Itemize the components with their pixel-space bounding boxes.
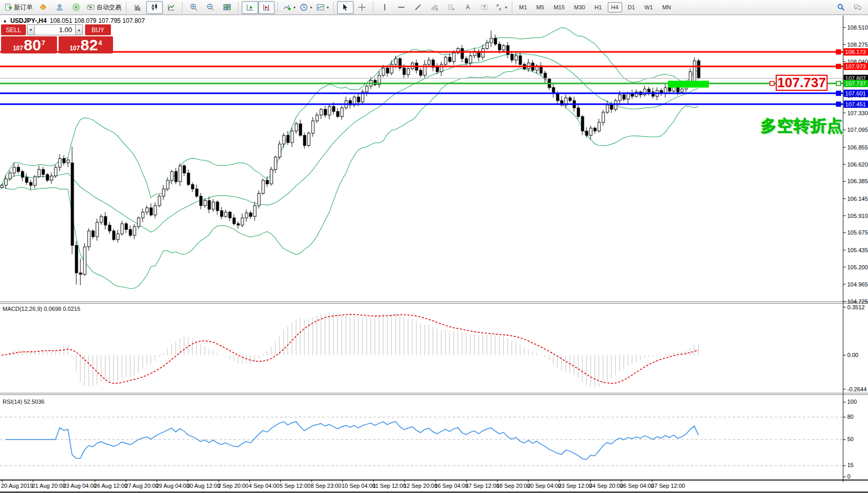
candle-body <box>262 180 264 193</box>
new-order-button[interactable]: 新订单 <box>2 1 35 14</box>
candlestick-chart-button[interactable] <box>146 1 163 14</box>
tile-windows-icon <box>223 3 231 11</box>
zoom-in-button[interactable] <box>186 1 202 14</box>
candle-body <box>619 95 621 101</box>
timeframe-m5[interactable]: M5 <box>533 2 548 12</box>
candle-body <box>382 68 385 75</box>
equidistant-channel-button[interactable]: E <box>426 1 443 14</box>
chart-canvas[interactable]: 108.510108.275108.040107.570107.330107.0… <box>0 16 868 493</box>
price-tick-label: 108.275 <box>847 42 868 48</box>
fibonacci-button[interactable]: F <box>443 1 459 14</box>
candle-body <box>569 98 571 101</box>
text-icon: A <box>464 3 472 11</box>
candle-body <box>324 109 327 115</box>
tile-windows-button[interactable] <box>219 1 235 14</box>
volume-increase-button[interactable]: ▲ <box>75 24 83 35</box>
candle-body <box>449 57 451 61</box>
text-label-button[interactable]: T <box>476 1 493 14</box>
vertical-line-button[interactable] <box>376 1 393 14</box>
arrows-button[interactable]: ▾ <box>493 1 509 14</box>
autotrading-button[interactable]: 自动交易 <box>85 1 123 14</box>
line-anchor-marker[interactable] <box>836 91 841 95</box>
buy-price-button[interactable]: 107 82 4 <box>59 36 113 53</box>
candle-body <box>386 68 389 73</box>
line-chart-icon <box>167 3 175 11</box>
horizontal-line-button[interactable] <box>393 1 410 14</box>
timeframe-m1[interactable]: M1 <box>515 2 530 12</box>
line-anchor-marker[interactable] <box>836 102 841 106</box>
candle-body <box>469 56 472 63</box>
candle-body <box>79 273 82 275</box>
candle-body <box>610 105 613 109</box>
sell-button[interactable]: SELL <box>1 24 26 35</box>
price-callout-box[interactable]: 107.737 <box>776 75 828 91</box>
crosshair-button[interactable] <box>354 1 370 14</box>
macd-axis-label: 0.00 <box>847 352 858 358</box>
candle-body <box>623 95 625 99</box>
date-label: 2 Sep 20:00 <box>218 483 248 489</box>
indicators-icon <box>283 3 291 11</box>
buy-button[interactable]: BUY <box>85 24 111 35</box>
candle-body <box>461 48 464 59</box>
auto-scroll-icon <box>246 3 254 11</box>
zoom-out-button[interactable] <box>202 1 219 14</box>
vertical-line-icon <box>381 3 389 11</box>
timeframe-h1[interactable]: H1 <box>591 2 605 12</box>
volume-input[interactable]: 1.00 <box>35 24 75 35</box>
cursor-button[interactable] <box>337 1 354 14</box>
chinese-annotation[interactable]: 多空转折点 <box>760 115 843 136</box>
line-anchor-marker[interactable] <box>836 64 841 69</box>
line-anchor-marker[interactable] <box>836 81 841 86</box>
candle-body <box>96 222 99 237</box>
candle-body <box>204 200 206 206</box>
buy-price-main: 82 <box>80 37 97 53</box>
candle-body <box>552 88 555 93</box>
timeframe-mn[interactable]: MN <box>659 2 675 12</box>
bar-chart-button[interactable] <box>130 1 146 14</box>
candle-body <box>614 101 617 109</box>
candle-body <box>100 216 103 222</box>
candle-body <box>254 206 256 216</box>
timeframe-d1[interactable]: D1 <box>624 2 639 12</box>
highlight-rectangle[interactable] <box>668 81 709 88</box>
signals-button[interactable] <box>68 1 85 14</box>
periods-button[interactable]: ▾ <box>298 1 314 14</box>
sell-price-button[interactable]: 107 80 7 <box>1 36 57 53</box>
text-button[interactable]: A <box>459 1 476 14</box>
candle-body <box>602 112 605 122</box>
timeframe-m30[interactable]: M30 <box>570 2 589 12</box>
market-button[interactable] <box>35 1 51 14</box>
line-anchor-marker[interactable] <box>836 50 841 54</box>
candle-body <box>403 68 405 75</box>
trendline-button[interactable] <box>410 1 426 14</box>
candle-body <box>154 206 157 215</box>
candle-body <box>5 179 7 186</box>
candle-body <box>179 166 181 182</box>
candle-body <box>133 227 136 236</box>
templates-button[interactable]: ▾ <box>314 1 331 14</box>
toolbar-separator <box>126 2 127 12</box>
timeframe-h4[interactable]: H4 <box>608 2 622 12</box>
line-chart-button[interactable] <box>163 1 179 14</box>
date-label: 8 Sep 23:00 <box>311 483 341 489</box>
indicators-button[interactable]: ▾ <box>281 1 298 14</box>
date-label: 11 Sep 12:00 <box>372 483 406 489</box>
rsi-axis-label: 15 <box>847 462 853 468</box>
community-button[interactable] <box>51 1 68 14</box>
line-anchor-marker[interactable] <box>770 81 774 86</box>
candle-body <box>598 122 600 131</box>
candle-body <box>291 131 293 142</box>
text-label-icon: T <box>480 3 488 11</box>
chart-shift-button[interactable] <box>258 1 275 14</box>
search-button[interactable] <box>833 1 849 14</box>
chat-button[interactable] <box>849 1 866 14</box>
timeframe-w1[interactable]: W1 <box>641 2 657 12</box>
fibonacci-icon: F <box>447 3 455 11</box>
chart-surface[interactable]: 108.510108.275108.040107.570107.330107.0… <box>0 16 868 493</box>
auto-scroll-button[interactable] <box>242 1 258 14</box>
volume-decrease-button[interactable]: ▼ <box>27 24 35 35</box>
candle-body <box>104 216 107 225</box>
timeframe-m15[interactable]: M15 <box>550 2 568 12</box>
collapse-quote-panel-icon[interactable]: ▲ <box>3 18 7 23</box>
candle-body <box>59 158 61 167</box>
